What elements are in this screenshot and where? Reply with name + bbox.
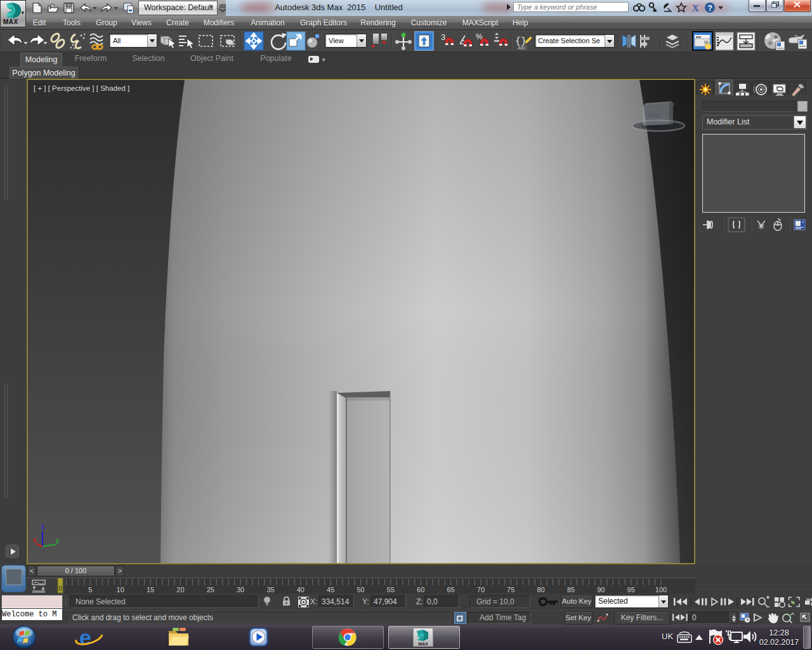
svg-text:50: 50: [357, 586, 364, 594]
svg-text:15: 15: [147, 586, 154, 594]
svg-text:[ + ] [ Perspective ] [ Shaded: [ + ] [ Perspective ] [ Shaded ]: [34, 84, 129, 92]
svg-text:y: y: [56, 537, 60, 544]
svg-text:80: 80: [537, 586, 544, 594]
svg-text:0: 0: [58, 585, 62, 592]
svg-text:5: 5: [88, 586, 92, 594]
svg-text:20: 20: [176, 586, 184, 594]
svg-text:85: 85: [567, 586, 575, 594]
svg-text:25: 25: [207, 586, 214, 594]
svg-text:RIGHT: RIGHT: [648, 113, 662, 117]
svg-text:35: 35: [266, 586, 274, 594]
svg-text:40: 40: [297, 586, 304, 594]
svg-text:?: ?: [708, 4, 712, 13]
svg-text:10: 10: [117, 586, 124, 594]
svg-text:70: 70: [477, 586, 485, 594]
svg-text:X: X: [692, 3, 699, 13]
svg-text:TO: TO: [665, 113, 670, 117]
svg-text:e: e: [79, 626, 91, 649]
svg-text:95: 95: [627, 586, 635, 594]
svg-text:55: 55: [387, 586, 395, 594]
svg-text:100: 100: [655, 586, 667, 594]
svg-text:45: 45: [327, 586, 334, 594]
svg-text:x: x: [33, 536, 37, 543]
svg-text:z: z: [41, 523, 44, 530]
svg-text:90: 90: [597, 586, 605, 594]
svg-text:30: 30: [237, 586, 244, 594]
svg-text:65: 65: [447, 586, 454, 594]
svg-text:60: 60: [417, 586, 424, 594]
svg-text:75: 75: [507, 586, 514, 594]
